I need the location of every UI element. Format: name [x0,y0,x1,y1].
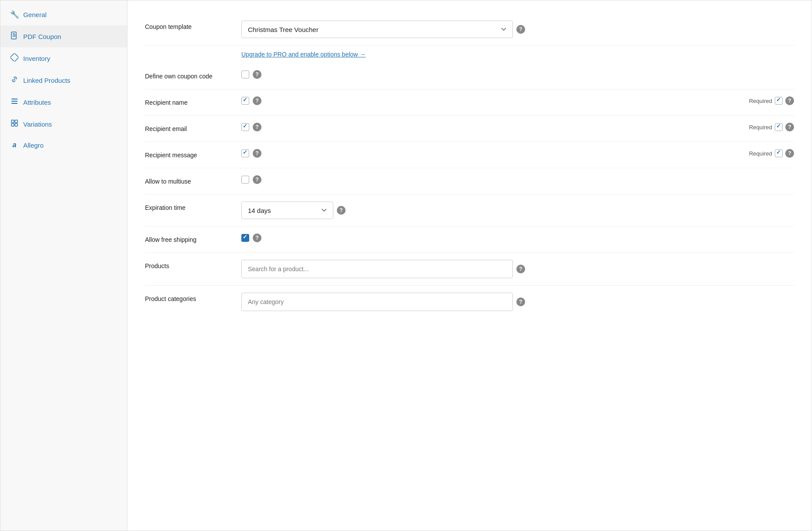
sidebar-item-label: PDF Coupon [23,33,61,40]
product-categories-row: Product categories ? [145,286,794,318]
define-coupon-code-checkbox[interactable] [241,71,249,78]
sidebar-item-general[interactable]: 🔧 General [0,4,127,25]
recipient-name-required: Required ? [749,96,794,105]
allow-free-shipping-control: ? [241,234,794,242]
recipient-name-required-checkbox[interactable] [775,97,783,105]
svg-rect-8 [11,120,14,123]
recipient-message-label: Recipient message [145,149,241,159]
products-control: ? [241,260,794,278]
sidebar-item-label: Variations [23,120,52,128]
recipient-email-checkbox-wrapper [241,123,249,131]
upgrade-row: Upgrade to PRO and enable options below … [145,46,794,63]
recipient-message-required-label: Required [749,150,772,157]
sidebar-item-label: Allegro [23,142,44,149]
recipient-name-help-icon[interactable]: ? [253,96,261,105]
product-categories-control: ? [241,293,794,311]
sidebar: 🔧 General PDF Coupon Inventory [0,0,127,531]
wrench-icon: 🔧 [10,10,19,19]
recipient-message-help-icon[interactable]: ? [253,149,261,158]
allow-free-shipping-checkbox[interactable] [241,234,249,242]
recipient-email-row: Recipient email ? Required ? [145,116,794,142]
sidebar-item-linked-products[interactable]: Linked Products [0,69,127,91]
allow-multiuse-checkbox-wrapper [241,176,249,184]
products-label: Products [145,260,241,269]
recipient-email-required-checkbox[interactable] [775,123,783,131]
main-content: Coupon template Christmas Tree Voucher D… [127,0,812,531]
expiration-time-label: Expiration time [145,202,241,211]
recipient-email-required: Required ? [749,123,794,131]
diamond-icon [10,53,19,63]
allow-multiuse-checkbox[interactable] [241,176,249,184]
recipient-message-required: Required ? [749,149,794,158]
coupon-template-label: Coupon template [145,21,241,30]
allow-free-shipping-label: Allow free shipping [145,234,241,243]
svg-rect-6 [11,101,18,102]
expiration-time-row: Expiration time 14 days 30 days 60 days … [145,195,794,227]
allow-free-shipping-help-icon[interactable]: ? [253,234,261,242]
coupon-template-control: Christmas Tree Voucher Default Template … [241,21,794,38]
recipient-email-required-label: Required [749,124,772,131]
recipient-message-control: ? Required ? [241,149,794,158]
sidebar-item-attributes[interactable]: Attributes [0,91,127,113]
recipient-message-required-help-icon[interactable]: ? [785,149,794,158]
define-coupon-code-label: Define own coupon code [145,70,241,80]
coupon-template-help-icon[interactable]: ? [516,25,525,34]
allow-free-shipping-row: Allow free shipping ? [145,227,794,253]
pdf-icon [10,32,19,41]
recipient-name-row: Recipient name ? Required ? [145,89,794,116]
coupon-template-select[interactable]: Christmas Tree Voucher Default Template … [241,21,513,38]
products-search-input[interactable] [241,260,513,278]
allow-multiuse-row: Allow to multiuse ? [145,168,794,195]
products-help-icon[interactable]: ? [516,265,525,273]
allegro-icon: a [10,141,19,149]
svg-rect-2 [13,35,16,35]
recipient-name-checkbox[interactable] [241,97,249,105]
recipient-name-required-help-icon[interactable]: ? [785,96,794,105]
sidebar-item-allegro[interactable]: a Allegro [0,135,127,155]
allow-multiuse-help-icon[interactable]: ? [253,175,261,184]
product-categories-help-icon[interactable]: ? [516,297,525,306]
svg-rect-11 [15,124,18,126]
allow-multiuse-control: ? [241,175,794,184]
svg-rect-5 [11,99,18,99]
sidebar-item-label: Attributes [23,99,51,106]
recipient-email-checkbox[interactable] [241,123,249,131]
sidebar-item-variations[interactable]: Variations [0,113,127,135]
recipient-message-checkbox-wrapper [241,149,249,157]
svg-rect-9 [15,120,18,123]
recipient-name-control: ? Required ? [241,96,794,105]
product-categories-input[interactable] [241,293,513,311]
recipient-name-label: Recipient name [145,96,241,106]
recipient-email-required-help-icon[interactable]: ? [785,123,794,131]
define-coupon-code-row: Define own coupon code ? [145,63,794,89]
expiration-time-select[interactable]: 14 days 30 days 60 days 90 days Never [241,202,333,219]
product-categories-label: Product categories [145,293,241,302]
coupon-template-row: Coupon template Christmas Tree Voucher D… [145,14,794,46]
svg-rect-3 [13,36,15,37]
sidebar-item-inventory[interactable]: Inventory [0,47,127,69]
sidebar-item-label: General [23,11,46,18]
recipient-message-checkbox[interactable] [241,149,249,157]
allow-free-shipping-checkbox-wrapper [241,234,249,242]
main-container: 🔧 General PDF Coupon Inventory [0,0,812,531]
recipient-email-help-icon[interactable]: ? [253,123,261,131]
sidebar-item-pdf-coupon[interactable]: PDF Coupon [0,25,127,47]
recipient-message-required-checkbox[interactable] [775,149,783,157]
expiration-time-control: 14 days 30 days 60 days 90 days Never ? [241,202,794,219]
recipient-message-row: Recipient message ? Required ? [145,142,794,168]
sidebar-item-label: Inventory [23,55,50,62]
define-coupon-code-help-icon[interactable]: ? [253,70,261,79]
allow-multiuse-label: Allow to multiuse [145,175,241,185]
grid-icon [10,119,19,129]
define-coupon-code-control: ? [241,70,794,79]
svg-rect-0 [11,32,16,39]
expiration-time-help-icon[interactable]: ? [337,206,346,215]
link-icon [10,75,19,85]
svg-rect-1 [13,33,15,34]
sidebar-item-label: Linked Products [23,77,71,84]
list-icon [10,97,19,107]
recipient-name-required-label: Required [749,98,772,104]
define-coupon-code-checkbox-wrapper [241,71,249,78]
recipient-email-label: Recipient email [145,123,241,132]
upgrade-link[interactable]: Upgrade to PRO and enable options below … [241,51,366,58]
